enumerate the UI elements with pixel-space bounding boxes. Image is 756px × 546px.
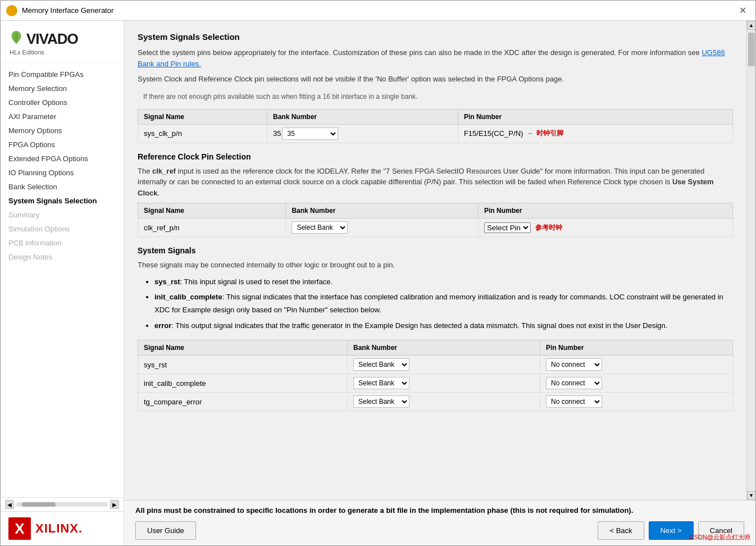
sidebar-item-fpga-options[interactable]: FPGA Options xyxy=(1,138,124,152)
sys-rst-signal: sys_rst xyxy=(138,356,348,374)
ref-clk-pin-select[interactable]: Select Pin xyxy=(484,222,531,233)
ref-col-pin: Pin Number xyxy=(478,203,732,219)
sys-clk-table: Signal Name Bank Number Pin Number sys_c… xyxy=(138,109,733,143)
title-bar: Memory Interface Generator ✕ xyxy=(1,1,755,21)
user-guide-button[interactable]: User Guide xyxy=(135,521,196,540)
footer-bar: All pins must be constrained to specific… xyxy=(124,500,755,545)
partial-note: If there are not enough pins available s… xyxy=(138,89,733,104)
sidebar-item-extended-fpga[interactable]: Extended FPGA Options xyxy=(1,152,124,166)
ref-clk-signal: clk_ref_p/n xyxy=(138,219,286,237)
content-scroll[interactable]: System Signals Selection Select the syst… xyxy=(124,21,746,500)
system-signals-table: Signal Name Bank Number Pin Number sys_r… xyxy=(138,340,733,411)
sidebar-scroll-left[interactable]: ◀ xyxy=(5,500,14,509)
sys-col-signal: Signal Name xyxy=(138,340,348,356)
system-signals-title: System Signals xyxy=(138,246,733,255)
sys-col-bank: Bank Number xyxy=(347,340,540,356)
init-calib-signal: init_calib_complete xyxy=(138,374,348,393)
ref-clk-annotation: 参考时钟 xyxy=(535,223,562,233)
col-pin-number-1: Pin Number xyxy=(458,109,732,124)
ref-clk-pin-cell: Select Pin 参考时钟 xyxy=(478,219,732,237)
window-icon xyxy=(6,5,17,16)
sidebar-logo: VIVADO HLx Editions xyxy=(1,21,124,63)
sys-clk-signal: sys_clk_p/n xyxy=(138,124,267,143)
sys-clk-bank: 35 35 xyxy=(267,124,458,143)
ref-col-signal: Signal Name xyxy=(138,203,286,219)
footer-warning: All pins must be constrained to specific… xyxy=(135,506,744,515)
close-button[interactable]: ✕ xyxy=(736,4,750,17)
footer-buttons: User Guide < Back Next > Cancel xyxy=(135,521,744,540)
sys-rst-pin-select[interactable]: No connect xyxy=(546,358,602,371)
tg-compare-bank-select[interactable]: Select Bank xyxy=(353,395,409,408)
sys-clk-row: sys_clk_p/n 35 35 xyxy=(138,124,733,143)
back-button[interactable]: < Back xyxy=(598,521,644,540)
bullet-init-calib: init_calib_complete: This signal indicat… xyxy=(154,290,733,317)
sys-rst-pin: No connect xyxy=(540,356,732,374)
col-bank-number-1: Bank Number xyxy=(267,109,458,124)
vivado-leaf-icon xyxy=(8,30,24,46)
right-scrollbar[interactable]: ▲ ▼ xyxy=(746,21,755,500)
init-calib-bank-select[interactable]: Select Bank xyxy=(353,377,409,389)
watermark: CSDN@云影点灯大师 xyxy=(690,533,750,542)
scroll-down-button[interactable]: ▼ xyxy=(747,491,756,500)
sys-clk-bank-select[interactable]: 35 xyxy=(282,128,338,140)
ref-clk-bank-select[interactable]: Select Bank xyxy=(292,221,348,234)
sidebar: VIVADO HLx Editions Pin Compatible FPGAs… xyxy=(1,21,124,545)
sidebar-scrollbar-thumb xyxy=(22,502,56,507)
tg-compare-pin: No connect xyxy=(540,393,732,411)
sidebar-scrollbar-track[interactable] xyxy=(16,502,108,507)
next-button[interactable]: Next > xyxy=(649,521,694,540)
sidebar-scrollbar-area: ◀ ▶ xyxy=(1,497,124,511)
system-signals-desc: These signals may be connected internall… xyxy=(138,260,733,271)
signal-bullets-list: sys_rst: This input signal is used to re… xyxy=(143,275,733,333)
scrollbar-track[interactable] xyxy=(748,30,755,491)
sidebar-item-axi-parameter[interactable]: AXI Parameter xyxy=(1,110,124,124)
description-1: Select the system pins below appropriate… xyxy=(138,47,733,69)
sys-rst-bank: Select Bank xyxy=(347,356,540,374)
init-calib-bank: Select Bank xyxy=(347,374,540,393)
sys-col-pin: Pin Number xyxy=(540,340,732,356)
sidebar-bottom: X XILINX. xyxy=(1,511,124,545)
sidebar-item-pcb-info: PCB information xyxy=(1,236,124,250)
scroll-up-button[interactable]: ▲ xyxy=(747,21,756,30)
sys-rst-row: sys_rst Select Bank xyxy=(138,356,733,374)
scrollbar-thumb xyxy=(748,33,755,66)
tg-compare-signal: tg_compare_error xyxy=(138,393,348,411)
init-calib-pin: No connect xyxy=(540,374,732,393)
sys-clk-pin: F15/E15(CC_P/N) ← 时钟引脚 xyxy=(458,124,732,143)
sidebar-item-pin-compatible[interactable]: Pin Compatible FPGAs xyxy=(1,67,124,81)
init-calib-row: init_calib_complete Select Bank xyxy=(138,374,733,393)
sidebar-item-controller-options[interactable]: Controller Options xyxy=(1,95,124,110)
sidebar-scroll-right[interactable]: ▶ xyxy=(110,500,119,509)
sidebar-item-summary: Summary xyxy=(1,208,124,222)
ref-clk-title: Reference Clock Pin Selection xyxy=(138,152,733,161)
content-area: System Signals Selection Select the syst… xyxy=(124,21,755,545)
ref-clk-description: The clk_ref input is used as the referen… xyxy=(138,166,733,199)
svg-text:X: X xyxy=(15,520,25,537)
ref-col-bank: Bank Number xyxy=(286,203,479,219)
sidebar-item-memory-selection[interactable]: Memory Selection xyxy=(1,81,124,95)
xilinx-x-icon: X xyxy=(8,517,31,540)
sidebar-item-io-planning[interactable]: IO Planning Options xyxy=(1,166,124,180)
ref-clk-bank-cell: Select Bank xyxy=(286,219,479,237)
bullet-error: error: This output signal indicates that… xyxy=(154,319,733,332)
sidebar-item-system-signals[interactable]: System Signals Selection xyxy=(1,194,124,208)
init-calib-pin-select[interactable]: No connect xyxy=(546,377,602,389)
tg-compare-row: tg_compare_error Select Bank xyxy=(138,393,733,411)
sidebar-item-design-notes: Design Notes xyxy=(1,250,124,264)
sidebar-item-simulation: Simulation Options xyxy=(1,222,124,236)
tg-compare-bank: Select Bank xyxy=(347,393,540,411)
sidebar-item-memory-options[interactable]: Memory Options xyxy=(1,124,124,138)
window-title: Memory Interface Generator xyxy=(22,6,113,15)
description-2: System Clock and Reference Clock pin sel… xyxy=(138,74,733,85)
ref-clk-row: clk_ref_p/n Select Bank xyxy=(138,219,733,237)
col-signal-name-1: Signal Name xyxy=(138,109,267,124)
sys-clk-annotation: ← 时钟引脚 xyxy=(527,129,563,138)
sidebar-navigation: Pin Compatible FPGAs Memory Selection Co… xyxy=(1,63,124,497)
page-title: System Signals Selection xyxy=(138,32,733,42)
tg-compare-pin-select[interactable]: No connect xyxy=(546,395,602,408)
sys-rst-bank-select[interactable]: Select Bank xyxy=(353,358,409,371)
vivado-logo-text: VIVADO xyxy=(26,30,78,48)
sidebar-item-bank-selection[interactable]: Bank Selection xyxy=(1,180,124,194)
bullet-sys-rst: sys_rst: This input signal is used to re… xyxy=(154,275,733,288)
xilinx-logo-text: XILINX. xyxy=(35,521,83,536)
